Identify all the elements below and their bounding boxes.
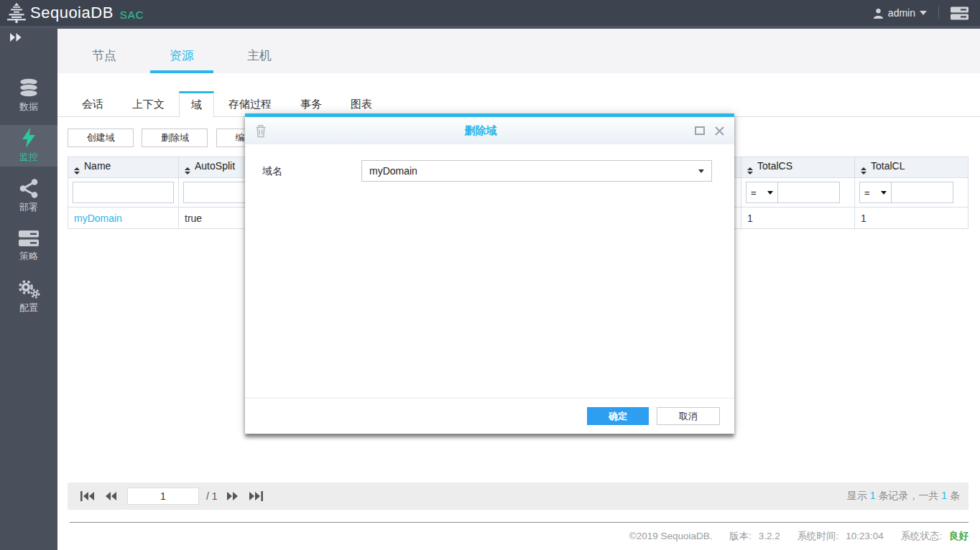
sidebar-item-label: 监控 bbox=[19, 151, 38, 164]
dialog-header: 删除域 bbox=[245, 117, 734, 144]
dialog-body: 域名 myDomain bbox=[245, 144, 734, 398]
copyright-text: ©2019 SequoiaDB. bbox=[629, 531, 713, 541]
totalcl-filter-operator[interactable]: = bbox=[859, 182, 892, 203]
chevron-down-icon bbox=[881, 191, 887, 195]
topbar: SequoiaDB SAC admin bbox=[0, 0, 980, 29]
sidebar-item-deploy[interactable]: 部署 bbox=[0, 175, 57, 217]
sort-icon bbox=[747, 167, 753, 174]
brand-product: SAC bbox=[120, 6, 144, 21]
dialog-footer: 确定 取消 bbox=[245, 398, 734, 434]
sidebar-item-label: 部署 bbox=[19, 201, 38, 214]
tab-nodes[interactable]: 节点 bbox=[73, 47, 136, 73]
sort-icon bbox=[185, 167, 190, 174]
selected-domain-value: myDomain bbox=[369, 165, 417, 177]
version-value: 3.2.2 bbox=[759, 531, 780, 541]
sort-icon bbox=[861, 167, 866, 174]
totalcs-filter-input[interactable] bbox=[778, 182, 840, 203]
chevron-down-icon bbox=[920, 11, 927, 15]
sidebar-item-label: 配置 bbox=[19, 302, 38, 314]
tab-hosts[interactable]: 主机 bbox=[228, 47, 291, 73]
footer: ©2019 SequoiaDB. 版本: 3.2.2 系统时间: 10:23:0… bbox=[625, 530, 969, 543]
main-tab-bar: 节点 资源 主机 bbox=[57, 29, 980, 73]
user-icon bbox=[873, 8, 884, 19]
chevron-down-icon bbox=[698, 169, 704, 173]
system-time-label: 系统时间: bbox=[798, 531, 839, 541]
sidebar-expand-icon[interactable] bbox=[9, 32, 22, 45]
tab-resources[interactable]: 资源 bbox=[150, 47, 213, 73]
subtab-transactions[interactable]: 事务 bbox=[286, 92, 336, 116]
next-page-icon[interactable] bbox=[226, 491, 239, 501]
subtab-domains[interactable]: 域 bbox=[179, 91, 214, 117]
share-nodes-icon bbox=[19, 179, 39, 198]
system-status-label: 系统状态: bbox=[900, 531, 942, 541]
sidebar-item-monitor[interactable]: 监控 bbox=[0, 125, 57, 167]
totalcl-filter-input[interactable] bbox=[892, 182, 953, 203]
totalcs-filter-operator[interactable]: = bbox=[746, 182, 778, 203]
first-page-icon[interactable] bbox=[80, 491, 95, 501]
column-header-totalcl[interactable]: TotalCL bbox=[855, 157, 969, 178]
pagination-bar: / 1 显示 1 条记录，一共 1 条 bbox=[68, 483, 969, 510]
domain-name-link[interactable]: myDomain bbox=[74, 213, 122, 224]
dialog-title: 删除域 bbox=[267, 124, 695, 138]
totalcl-cell: 1 bbox=[855, 208, 969, 229]
page-total-label: / 1 bbox=[206, 490, 218, 502]
record-count-summary: 显示 1 条记录，一共 1 条 bbox=[847, 490, 960, 503]
last-page-icon[interactable] bbox=[249, 491, 263, 501]
delete-domain-button[interactable]: 删除域 bbox=[142, 129, 208, 147]
create-domain-button[interactable]: 创建域 bbox=[68, 129, 134, 147]
user-name: admin bbox=[888, 7, 915, 19]
subtab-charts[interactable]: 图表 bbox=[336, 92, 387, 116]
sequoia-tree-logo-icon bbox=[6, 3, 27, 23]
trash-icon bbox=[255, 124, 267, 138]
subtab-contexts[interactable]: 上下文 bbox=[118, 92, 179, 116]
subtab-sessions[interactable]: 会话 bbox=[68, 92, 118, 116]
sidebar-item-config[interactable]: 配置 bbox=[0, 276, 57, 317]
server-stack-icon bbox=[18, 230, 40, 247]
close-icon[interactable] bbox=[715, 126, 724, 136]
confirm-button[interactable]: 确定 bbox=[587, 407, 649, 425]
delete-domain-dialog: 删除域 域名 myDomain 确定 取消 bbox=[245, 113, 734, 434]
gears-icon bbox=[17, 279, 40, 299]
brand: SequoiaDB SAC bbox=[6, 3, 144, 23]
system-panel-button[interactable] bbox=[951, 6, 969, 20]
sidebar-item-data[interactable]: 数据 bbox=[0, 75, 57, 116]
subtab-procedures[interactable]: 存储过程 bbox=[214, 92, 286, 116]
previous-page-icon[interactable] bbox=[105, 491, 117, 501]
brand-name: SequoiaDB bbox=[30, 4, 114, 22]
user-menu[interactable]: admin bbox=[873, 7, 927, 19]
name-filter-input[interactable] bbox=[73, 182, 174, 203]
maximize-icon[interactable] bbox=[695, 126, 705, 135]
cancel-button[interactable]: 取消 bbox=[657, 407, 720, 425]
totalcs-cell: 1 bbox=[741, 208, 855, 229]
chevron-down-icon bbox=[767, 191, 773, 195]
page-number-input[interactable] bbox=[127, 488, 199, 505]
domain-name-label: 域名 bbox=[262, 160, 361, 398]
footer-divider bbox=[70, 522, 969, 523]
column-header-totalcs[interactable]: TotalCS bbox=[741, 157, 855, 178]
sidebar: 数据 监控 部署 bbox=[0, 29, 57, 550]
system-time-value: 10:23:04 bbox=[846, 531, 884, 541]
lightning-bolt-icon bbox=[22, 128, 36, 148]
sidebar-item-label: 策略 bbox=[19, 250, 38, 263]
domain-name-select[interactable]: myDomain bbox=[361, 160, 712, 182]
sidebar-item-strategy[interactable]: 策略 bbox=[0, 225, 57, 267]
system-status-value: 良好 bbox=[949, 531, 969, 541]
sidebar-item-label: 数据 bbox=[19, 101, 38, 113]
topbar-divider bbox=[938, 6, 939, 19]
column-header-name[interactable]: Name bbox=[68, 157, 179, 178]
version-label: 版本: bbox=[729, 531, 752, 541]
database-icon bbox=[17, 78, 40, 98]
sort-icon bbox=[74, 167, 80, 174]
